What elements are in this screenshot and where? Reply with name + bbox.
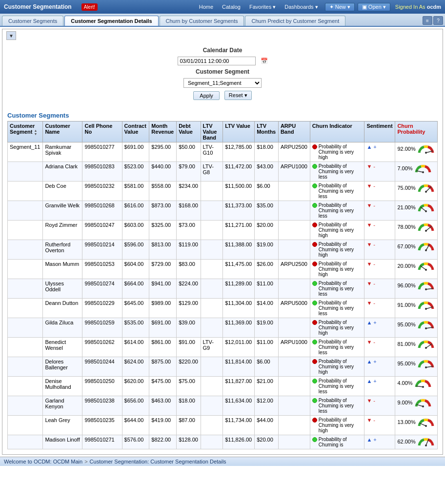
nav-dashboards[interactable]: Dashboards ▾ (281, 3, 322, 11)
reset-button[interactable]: Reset ▾ (224, 91, 252, 100)
cell-sentiment: ▼ - (364, 299, 395, 318)
tab-churn-by-customer-segments[interactable]: Churn by Customer Segments (160, 16, 244, 26)
cell-debt: $83.00 (177, 260, 201, 279)
cell-churn-indicator: Probability of Churning is very high (310, 357, 364, 377)
cell-debt: $18.00 (177, 396, 201, 416)
churn-text: Probability of Churning is very high (319, 261, 363, 277)
calendar-date-input[interactable] (178, 57, 256, 65)
table-row: Adriana Clark 9985010283 $523.00 $440.00… (8, 162, 438, 181)
status-welcome: Welcome to OCDM: OCDM Main (4, 459, 82, 464)
cell-ltv-band: LTV-G10 (201, 142, 223, 162)
cell-churn-indicator: Probability of Churning is very less (310, 299, 364, 318)
cell-name: Garland Kenyon (43, 396, 82, 416)
cell-churn-indicator: Probability of Churning is very high (310, 240, 364, 260)
cell-month-rev: $861.00 (149, 338, 177, 357)
alert-badge[interactable]: Alert! (81, 3, 98, 11)
cell-segment (8, 435, 43, 449)
cell-name: Mason Mumm (43, 260, 82, 279)
cell-phone: 9985010250 (82, 377, 122, 396)
cell-debt: $79.00 (177, 162, 201, 181)
cell-phone: 9985010262 (82, 338, 122, 357)
cell-ltv-band: LTV-G9 (201, 338, 223, 357)
tab-customer-segmentation-details[interactable]: Customer Segmentation Details (64, 16, 158, 26)
tab-help-icon[interactable]: ? (433, 16, 443, 25)
svg-point-29 (425, 425, 427, 427)
table-row: Granville Welk 9985010268 $616.00 $873.0… (8, 201, 438, 221)
sentiment-value: - (373, 222, 375, 228)
sort-icon[interactable]: ▲▼ (34, 129, 38, 136)
cell-arpu (278, 201, 310, 221)
cell-ltv-band (201, 396, 223, 416)
cell-name: Denise Mulholland (43, 377, 82, 396)
segment-input-row: Segment_11;Segment (183, 78, 262, 88)
cell-ltv-months: $11.00 (255, 338, 279, 357)
churn-prob-value: 7.00% (397, 165, 412, 171)
sentiment-value: - (373, 339, 375, 345)
cell-phone: 9985010259 (82, 318, 122, 338)
cell-churn-indicator: Probability of Churning is very high (310, 260, 364, 279)
nav-open[interactable]: ▣ Open ▾ (358, 3, 390, 11)
churn-dot (312, 340, 317, 344)
gauge-chart (414, 378, 432, 388)
nav-new[interactable]: ✦ New ▾ (325, 3, 355, 11)
cell-churn-prob: 4.00% (395, 377, 438, 396)
tab-list-icon[interactable]: ≡ (423, 16, 432, 25)
apply-button[interactable]: Apply (193, 91, 220, 100)
cell-contract: $616.00 (122, 201, 149, 221)
calendar-icon[interactable]: 📅 (261, 58, 268, 64)
churn-text: Probability of Churning is very less (319, 300, 363, 316)
tab-customer-segments[interactable]: Customer Segments (2, 16, 63, 26)
gauge-chart (417, 281, 435, 290)
cell-ltv-val: $11,475.00 (223, 260, 255, 279)
cell-arpu (278, 279, 310, 299)
collapse-button[interactable]: ▼ (6, 31, 16, 40)
cell-ltv-months: $6.00 (255, 181, 279, 201)
churn-dot (312, 398, 317, 403)
customer-segment-select[interactable]: Segment_11;Segment (183, 78, 262, 88)
nav-catalog[interactable]: Catalog (218, 3, 244, 11)
sentiment-value: - (373, 261, 375, 267)
nav-favorites[interactable]: Favorites ▾ (245, 3, 280, 11)
cell-ltv-months: $19.00 (255, 240, 279, 260)
cell-name: Madison Linoff (43, 435, 82, 449)
cell-contract: $656.00 (122, 396, 149, 416)
svg-point-15 (425, 288, 427, 290)
cell-arpu (278, 377, 310, 396)
cell-month-rev: $822.00 (149, 435, 177, 449)
cell-segment (8, 221, 43, 240)
table-row: Gilda Ziluca 9985010259 $535.00 $691.00 … (8, 318, 438, 338)
cell-churn-prob: 91.00% (395, 299, 438, 318)
cell-churn-prob: 67.00% (395, 240, 438, 260)
cell-month-rev: $873.00 (149, 201, 177, 221)
cell-month-rev: $875.00 (149, 357, 177, 377)
churn-prob-value: 9.00% (397, 400, 412, 405)
segment-filter-row: Customer Segment (196, 68, 249, 75)
cell-phone: 9985010229 (82, 299, 122, 318)
cell-ltv-months: $18.00 (255, 142, 279, 162)
cell-sentiment: ▲ + (364, 318, 395, 338)
tab-churn-predict[interactable]: Churn Predict by Customer Segment (245, 16, 345, 26)
churn-prob-value: 91.00% (397, 302, 415, 308)
churn-text: Probability of Churning is very less (319, 202, 363, 219)
cell-debt: $91.00 (177, 338, 201, 357)
cell-ltv-months: $6.00 (255, 357, 279, 377)
cell-segment (8, 377, 43, 396)
cell-sentiment: ▼ - (364, 221, 395, 240)
app-header: Customer Segmentation Alert! Home Catalo… (0, 0, 445, 14)
churn-prob-value: 92.00% (397, 146, 415, 152)
cell-arpu (278, 416, 310, 435)
cell-phone: 9985010244 (82, 357, 122, 377)
cell-ltv-band (201, 279, 223, 299)
nav-home[interactable]: Home (195, 3, 217, 11)
gauge-chart (417, 437, 435, 446)
cell-segment (8, 318, 43, 338)
cell-ltv-months: $43.00 (255, 162, 279, 181)
sentiment-arrow: ▼ (366, 261, 372, 267)
churn-text: Probability of Churning is very high (319, 144, 363, 160)
cell-sentiment: ▼ - (364, 162, 395, 181)
gauge-chart (417, 359, 435, 368)
cell-arpu (278, 318, 310, 338)
cell-arpu: ARPU1000 (278, 162, 310, 181)
cell-phone: 9985010235 (82, 416, 122, 435)
cell-segment (8, 357, 43, 377)
